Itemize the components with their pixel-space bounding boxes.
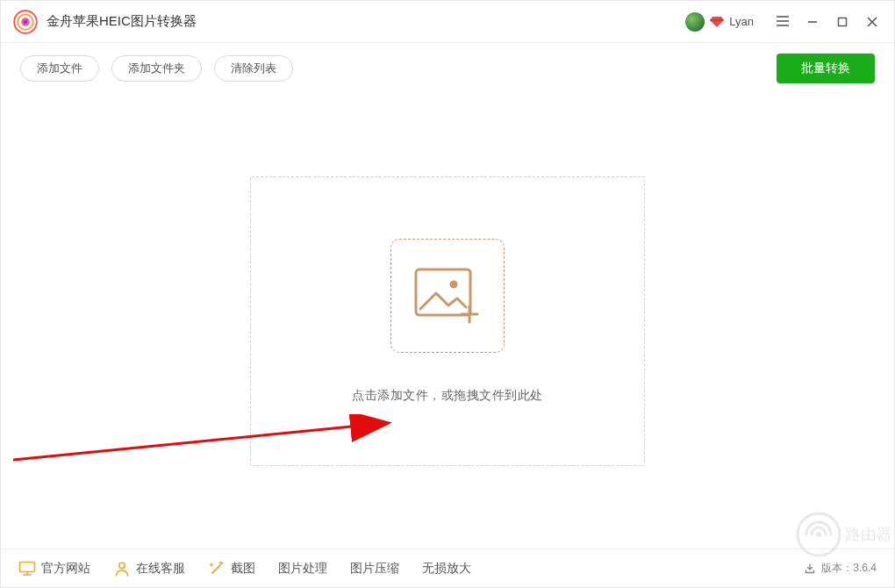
official-site-label: 官方网站 <box>41 561 90 577</box>
online-service-label: 在线客服 <box>136 561 185 577</box>
window-controls <box>770 9 885 35</box>
clear-list-button[interactable]: 清除列表 <box>214 55 293 82</box>
lossless-enlarge-link[interactable]: 无损放大 <box>422 561 471 577</box>
svg-point-13 <box>450 281 458 289</box>
image-compress-link[interactable]: 图片压缩 <box>350 561 399 577</box>
svg-point-21 <box>119 563 125 568</box>
batch-convert-button[interactable]: 批量转换 <box>777 54 875 83</box>
close-button[interactable] <box>859 9 885 35</box>
svg-rect-12 <box>416 269 470 315</box>
close-icon <box>866 16 878 28</box>
add-folder-button[interactable]: 添加文件夹 <box>111 55 202 82</box>
screenshot-label: 截图 <box>231 561 255 577</box>
maximize-button[interactable] <box>829 9 856 35</box>
svg-line-22 <box>212 565 220 573</box>
workspace: 点击添加文件，或拖拽文件到此处 <box>1 94 894 549</box>
app-logo-icon <box>13 10 38 34</box>
official-site-link[interactable]: 官方网站 <box>18 561 90 577</box>
lossless-enlarge-label: 无损放大 <box>422 561 471 577</box>
headset-icon <box>113 560 131 577</box>
image-process-link[interactable]: 图片处理 <box>278 561 327 577</box>
menu-button[interactable] <box>770 9 796 35</box>
svg-rect-9 <box>839 18 847 25</box>
screenshot-link[interactable]: 截图 <box>208 560 255 577</box>
app-title: 金舟苹果HEIC图片转换器 <box>47 13 197 30</box>
toolbar: 添加文件 添加文件夹 清除列表 批量转换 <box>1 43 894 94</box>
title-bar: 金舟苹果HEIC图片转换器 Lyan <box>1 1 894 43</box>
dropzone-hint: 点击添加文件，或拖拽文件到此处 <box>352 388 543 404</box>
download-icon <box>804 563 816 575</box>
svg-marker-4 <box>710 17 724 27</box>
dropzone[interactable]: 点击添加文件，或拖拽文件到此处 <box>250 176 645 466</box>
version-info: 版本：3.6.4 <box>804 561 877 576</box>
user-area[interactable]: Lyan <box>685 12 754 32</box>
version-label: 版本： <box>821 562 853 574</box>
maximize-icon <box>836 16 848 28</box>
svg-point-3 <box>24 19 27 23</box>
dropzone-icon-frame <box>390 239 505 353</box>
add-file-button[interactable]: 添加文件 <box>20 55 99 82</box>
bottom-bar: 官方网站 在线客服 截图 图片处理 图片压缩 无损放大 <box>1 549 894 587</box>
add-image-icon <box>413 267 482 325</box>
image-process-label: 图片处理 <box>278 561 327 577</box>
avatar <box>685 12 705 32</box>
vip-diamond-icon <box>710 16 724 28</box>
minimize-button[interactable] <box>799 9 826 35</box>
svg-rect-18 <box>20 562 35 571</box>
monitor-icon <box>18 561 36 577</box>
username: Lyan <box>729 15 754 28</box>
image-compress-label: 图片压缩 <box>350 561 399 577</box>
online-service-link[interactable]: 在线客服 <box>113 560 185 577</box>
hamburger-icon <box>776 14 790 30</box>
minimize-icon <box>806 16 819 28</box>
version-value: 3.6.4 <box>853 562 877 574</box>
magic-wand-icon <box>208 560 226 577</box>
